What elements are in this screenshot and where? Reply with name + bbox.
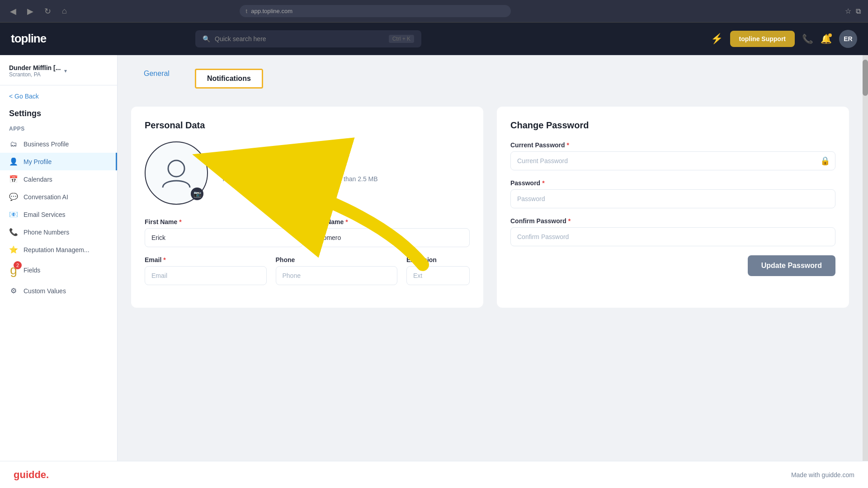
change-password-card: Change Password Current Password * 🔒 Pas… [497,107,849,308]
profile-image-hint: Profile Image The proposed size is 512*5… [222,164,378,183]
email-input[interactable] [145,266,267,285]
settings-content: Personal Data 📷 Profile Image The propos… [118,93,863,321]
sidebar-item-custom-fields[interactable]: g 2 Fields [0,258,117,282]
personal-data-card: Personal Data 📷 Profile Image The propos… [131,107,483,308]
content-area: General Notifications Personal Data [118,55,863,461]
profile-avatar-circle[interactable]: 📷 [145,141,208,205]
sidebar-item-phone-numbers[interactable]: 📞 Phone Numbers [0,223,117,241]
notification-dot [828,33,832,37]
custom-fields-icon: g 2 [9,263,18,277]
contact-row: Email * Phone Extension [145,256,470,285]
tab-notifications[interactable]: Notifications [182,64,276,93]
extension-label: Extension [406,256,470,263]
svg-point-0 [168,160,184,177]
extension-input[interactable] [406,266,470,285]
profile-image-label: Profile Image [222,164,378,172]
first-name-group: First Name * [145,218,303,247]
sidebar-item-conversation-ai[interactable]: 💬 Conversation AI [0,188,117,206]
back-button[interactable]: ◀ [7,5,19,18]
phone-label: Phone [276,256,398,263]
workspace-name: Dunder Mifflin [... [9,64,61,71]
phone-numbers-icon: 📞 [9,228,18,236]
password-input[interactable] [510,189,835,208]
sidebar-item-calendars[interactable]: 📅 Calendars [0,170,117,188]
browser-chrome: ◀ ▶ ↻ ⌂ t app.topline.com ☆ ⧉ [0,0,868,23]
avatar[interactable]: ER [839,30,857,48]
browser-actions: ☆ ⧉ [845,7,861,15]
sidebar: Dunder Mifflin [... Scranton, PA ▾ < Go … [0,55,118,461]
sidebar-item-custom-values[interactable]: ⚙ Custom Values [0,282,117,300]
profile-avatar-svg [158,155,194,191]
current-password-input-wrapper: 🔒 [510,151,835,170]
update-password-button[interactable]: Update Password [748,255,835,276]
custom-values-icon: ⚙ [9,286,18,295]
sidebar-item-email-services[interactable]: 📧 Email Services [0,206,117,223]
first-name-required: * [179,218,181,225]
current-password-group: Current Password * 🔒 [510,141,835,170]
search-placeholder: Quick search here [215,35,266,42]
tabs-bar: General Notifications [118,55,863,93]
change-password-title: Change Password [510,120,835,131]
go-back-link[interactable]: < Go Back [0,93,117,100]
phone-input[interactable] [276,266,398,285]
current-password-input[interactable] [510,151,835,170]
sidebar-item-label: Phone Numbers [24,229,69,236]
conversation-ai-icon: 💬 [9,192,18,201]
sidebar-item-reputation-mgmt[interactable]: ⭐ Reputation Managem... [0,241,117,258]
sidebar-item-my-profile[interactable]: 👤 My Profile [0,153,117,170]
bookmark-button[interactable]: ☆ [845,7,851,15]
last-name-group: Last Name * [312,218,470,247]
sidebar-item-business-profile[interactable]: 🗂 Business Profile [0,136,117,153]
current-password-required: * [567,141,569,149]
camera-button[interactable]: 📷 [191,188,203,200]
scrollbar[interactable] [863,55,868,461]
confirm-password-label: Confirm Password * [510,217,835,225]
scrollbar-thumb[interactable] [863,60,868,96]
search-bar[interactable]: 🔍 Quick search here Ctrl + K [195,30,421,47]
support-button[interactable]: topline Support [730,31,795,47]
first-name-label: First Name * [145,218,303,225]
extensions-button[interactable]: ⧉ [856,7,861,15]
email-group: Email * [145,256,267,285]
last-name-label: Last Name * [312,218,470,225]
sidebar-item-label: My Profile [24,158,52,165]
home-button[interactable]: ⌂ [59,5,70,18]
guidde-tagline: Made with guidde.com [791,471,854,479]
notifications-tab-highlight[interactable]: Notifications [195,69,263,89]
email-services-icon: 📧 [9,210,18,219]
extension-group: Extension [406,256,470,285]
page-favicon: t [246,8,248,14]
header-right: ⚡ topline Support 📞 🔔 ER [711,30,857,48]
sidebar-item-label: Custom Values [24,287,66,295]
phone-icon[interactable]: 📞 [802,33,813,44]
profile-image-hint-text: The proposed size is 512*512 px no bigge… [222,175,378,183]
app-header: topline 🔍 Quick search here Ctrl + K ⚡ t… [0,23,868,55]
sidebar-item-label: Email Services [24,211,66,218]
address-bar[interactable]: t app.topline.com [240,5,511,17]
my-profile-icon: 👤 [9,157,18,166]
personal-data-title: Personal Data [145,120,470,131]
password-required: * [542,179,544,187]
guidde-footer: guidde. Made with guidde.com [0,461,868,488]
first-name-input[interactable] [145,228,303,247]
email-required: * [163,256,165,263]
apps-section-title: Apps [0,126,117,136]
workspace-selector[interactable]: Dunder Mifflin [... Scranton, PA ▾ [0,64,117,85]
tab-general[interactable]: General [131,64,182,93]
sidebar-item-label: Reputation Managem... [24,246,90,253]
name-row: First Name * Last Name * [145,218,470,247]
bell-icon[interactable]: 🔔 [821,33,832,44]
last-name-required: * [345,218,348,225]
workspace-location: Scranton, PA [9,71,61,78]
email-label: Email * [145,256,267,263]
app-logo: topline [11,32,46,46]
profile-image-section: 📷 Profile Image The proposed size is 512… [145,141,470,205]
confirm-password-input[interactable] [510,227,835,246]
forward-button[interactable]: ▶ [24,5,36,18]
lightning-icon[interactable]: ⚡ [711,33,723,45]
search-shortcut: Ctrl + K [389,35,414,43]
refresh-button[interactable]: ↻ [42,5,54,18]
last-name-input[interactable] [312,228,470,247]
sidebar-item-label: Business Profile [24,141,69,148]
lock-icon: 🔒 [820,156,830,166]
